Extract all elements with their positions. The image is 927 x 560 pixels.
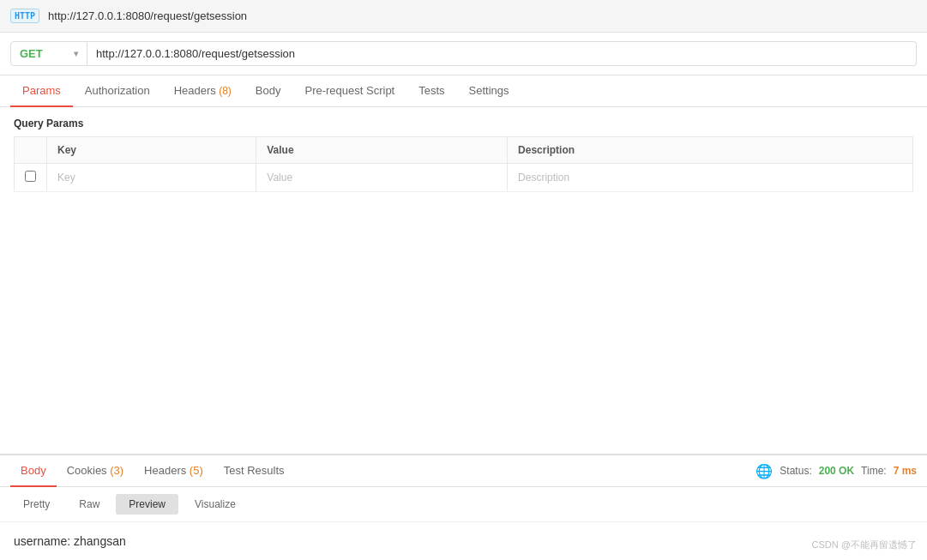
row-checkbox[interactable] <box>15 164 47 192</box>
response-tab-body[interactable]: Body <box>10 455 57 487</box>
format-tab-preview[interactable]: Preview <box>116 494 178 515</box>
tab-params[interactable]: Params <box>10 75 73 107</box>
url-input[interactable] <box>87 41 917 66</box>
response-tab-test-results[interactable]: Test Results <box>214 455 295 487</box>
format-tab-visualize[interactable]: Visualize <box>182 494 249 515</box>
response-section: Body Cookies (3) Headers (5) Test Result… <box>0 454 927 560</box>
watermark: CSDN @不能再留遗憾了 <box>812 539 917 551</box>
params-table: Key Value Description Key Value Descript… <box>14 136 913 192</box>
response-tab-cookies[interactable]: Cookies (3) <box>57 455 134 487</box>
status-value: 200 OK <box>819 465 854 477</box>
main-content: HTTP http://127.0.0.1:8080/request/getse… <box>0 0 927 560</box>
tab-headers[interactable]: Headers (8) <box>162 75 244 107</box>
format-tab-pretty[interactable]: Pretty <box>10 494 63 515</box>
key-cell[interactable]: Key <box>47 164 256 192</box>
tab-body[interactable]: Body <box>244 75 293 107</box>
request-tabs-bar: Params Authorization Headers (8) Body Pr… <box>0 75 927 107</box>
col-value-header: Value <box>256 137 508 164</box>
col-checkbox <box>15 137 47 164</box>
description-cell[interactable]: Description <box>508 164 913 192</box>
col-description-header: Description <box>508 137 913 164</box>
tab-authorization[interactable]: Authorization <box>73 75 162 107</box>
http-icon: HTTP <box>10 9 39 23</box>
response-tabs-left: Body Cookies (3) Headers (5) Test Result… <box>10 455 295 486</box>
response-meta: 🌐 Status: 200 OK Time: 7 ms <box>755 463 917 479</box>
tab-settings[interactable]: Settings <box>457 75 521 107</box>
time-value: 7 ms <box>894 465 917 477</box>
response-tab-headers[interactable]: Headers (5) <box>134 455 214 487</box>
top-bar: HTTP http://127.0.0.1:8080/request/getse… <box>0 0 927 33</box>
method-select[interactable]: GET ▾ <box>10 41 87 66</box>
time-label: Time: <box>861 465 887 477</box>
globe-icon: 🌐 <box>755 463 773 479</box>
col-key-header: Key <box>47 137 256 164</box>
format-tab-raw[interactable]: Raw <box>66 494 112 515</box>
value-cell[interactable]: Value <box>256 164 508 192</box>
table-row: Key Value Description <box>15 164 913 192</box>
chevron-down-icon: ▾ <box>74 49 78 58</box>
response-tabs-bar: Body Cookies (3) Headers (5) Test Result… <box>0 455 927 487</box>
tab-tests[interactable]: Tests <box>406 75 456 107</box>
row-checkbox-input[interactable] <box>25 171 36 182</box>
top-bar-url: http://127.0.0.1:8080/request/getsession <box>48 9 247 22</box>
status-label: Status: <box>780 465 811 477</box>
query-params-title: Query Params <box>14 117 913 129</box>
params-section: Query Params Key Value Description Key V… <box>0 107 927 202</box>
request-bar: GET ▾ <box>0 33 927 75</box>
tab-prerequest[interactable]: Pre-request Script <box>292 75 406 107</box>
response-body: username: zhangsan <box>0 522 927 560</box>
method-label: GET <box>20 47 43 60</box>
format-tabs: Pretty Raw Preview Visualize <box>0 487 927 522</box>
